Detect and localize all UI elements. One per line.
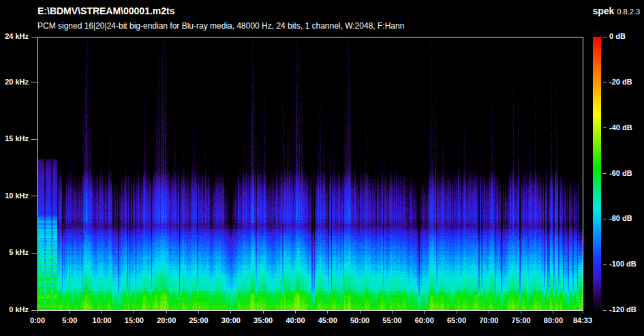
time-tick <box>198 311 199 314</box>
db-tick-label: -100 dB <box>609 260 643 268</box>
time-tick <box>166 311 167 314</box>
time-tick <box>392 311 393 314</box>
freq-tick-label: 5 kHz <box>0 248 29 256</box>
time-tick <box>424 311 425 314</box>
time-tick <box>295 311 296 314</box>
time-tick <box>37 311 38 314</box>
db-tick <box>603 219 607 219</box>
db-tick <box>603 173 607 174</box>
freq-tick <box>31 37 37 37</box>
time-tick <box>360 311 361 314</box>
freq-tick-label: 15 kHz <box>0 134 29 142</box>
time-tick-label: 84:33 <box>564 316 602 324</box>
freq-tick-label: 10 kHz <box>0 192 29 200</box>
freq-tick-label: 24 kHz <box>0 32 29 40</box>
time-tick <box>327 311 328 314</box>
freq-tick <box>31 253 37 254</box>
time-tick <box>134 311 134 314</box>
freq-tick <box>31 196 37 196</box>
time-tick <box>489 311 489 314</box>
file-path-title: E:\BDMV\STREAM\00001.m2ts <box>37 5 175 16</box>
db-tick-label: -60 dB <box>609 169 643 177</box>
time-tick <box>263 311 264 314</box>
db-tick <box>603 264 607 265</box>
spek-window: E:\BDMV\STREAM\00001.m2ts spek0.8.2.3 PC… <box>0 0 644 336</box>
time-tick <box>553 311 553 314</box>
time-tick <box>70 311 70 314</box>
db-tick <box>603 310 607 311</box>
spectrogram-plot <box>37 37 583 311</box>
db-tick <box>603 82 607 82</box>
time-tick <box>230 311 231 314</box>
time-tick <box>583 311 583 314</box>
db-tick-label: -80 dB <box>609 214 643 222</box>
app-name: spek <box>592 5 614 16</box>
db-tick-label: -120 dB <box>609 305 643 314</box>
db-tick <box>603 37 607 37</box>
db-tick-label: -20 dB <box>609 78 643 86</box>
colorbar-gradient <box>593 37 601 311</box>
app-version-box: spek0.8.2.3 <box>592 5 640 16</box>
time-tick <box>521 311 521 314</box>
freq-tick-label: 0 kHz <box>0 305 29 314</box>
freq-tick <box>31 82 37 82</box>
spectrogram-canvas <box>38 37 583 310</box>
freq-tick <box>31 139 37 140</box>
db-tick <box>603 127 607 128</box>
db-tick-label: 0 dB <box>609 32 643 40</box>
time-tick <box>102 311 102 314</box>
app-version: 0.8.2.3 <box>617 7 640 16</box>
time-tick <box>457 311 457 314</box>
audio-format-subtitle: PCM signed 16|20|24-bit big-endian for B… <box>37 21 404 31</box>
freq-tick-label: 20 kHz <box>0 78 29 86</box>
freq-tick <box>31 310 37 311</box>
db-tick-label: -40 dB <box>609 123 643 132</box>
